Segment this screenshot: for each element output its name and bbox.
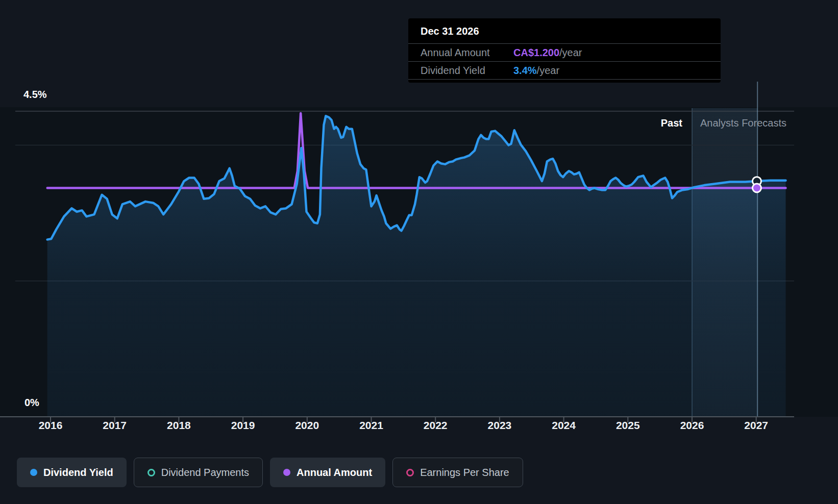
dividend-yield-area-fill xyxy=(47,116,786,417)
legend-toggle-earnings-per-share[interactable]: Earnings Per Share xyxy=(392,458,523,487)
tooltip-suffix: /year xyxy=(559,47,582,59)
tooltip-label: Annual Amount xyxy=(421,47,513,59)
y-axis-bottom-label: 0% xyxy=(24,397,39,409)
legend-toggle-annual-amount[interactable]: Annual Amount xyxy=(270,458,385,487)
x-axis-label-2027: 2027 xyxy=(744,419,768,432)
x-axis-label-2022: 2022 xyxy=(424,419,448,432)
legend-label: Annual Amount xyxy=(297,467,372,478)
chart-legend: Dividend YieldDividend PaymentsAnnual Am… xyxy=(17,458,523,487)
legend-label: Dividend Yield xyxy=(43,467,113,478)
tooltip-row-annual-amount: Annual Amount CA$1.200 /year xyxy=(408,43,721,61)
x-axis-label-2026: 2026 xyxy=(680,419,704,432)
annual-amount-series-icon xyxy=(283,469,290,476)
dividend-payments-series-icon xyxy=(147,469,155,476)
tooltip-date: Dec 31 2026 xyxy=(408,23,721,43)
x-axis-label-2019: 2019 xyxy=(231,419,255,432)
tooltip-suffix: /year xyxy=(537,65,559,77)
chart-tooltip: Dec 31 2026 Annual Amount CA$1.200 /year… xyxy=(408,18,721,83)
tooltip-label: Dividend Yield xyxy=(421,65,513,77)
x-axis-label-2024: 2024 xyxy=(552,419,576,432)
x-axis-label-2020: 2020 xyxy=(295,419,319,432)
x-axis-label-2023: 2023 xyxy=(488,419,512,432)
tooltip-row-dividend-yield: Dividend Yield 3.4% /year xyxy=(408,61,721,79)
x-axis-label-2021: 2021 xyxy=(359,419,383,432)
legend-label: Dividend Payments xyxy=(161,467,249,478)
earnings-per-share-series-icon xyxy=(406,469,414,476)
x-axis-label-2017: 2017 xyxy=(103,419,127,432)
tooltip-value-annual-amount: CA$1.200 xyxy=(513,47,559,59)
hover-marker-annual-amount[interactable] xyxy=(752,184,761,192)
past-zone-label: Past xyxy=(631,117,682,129)
tooltip-footer-divider xyxy=(408,79,721,83)
legend-toggle-dividend-yield[interactable]: Dividend Yield xyxy=(17,458,127,487)
x-axis-label-2016: 2016 xyxy=(39,419,63,432)
analysts-forecasts-zone-label: Analysts Forecasts xyxy=(700,117,786,129)
legend-toggle-dividend-payments[interactable]: Dividend Payments xyxy=(134,458,263,487)
y-axis-top-label: 4.5% xyxy=(23,89,47,100)
x-axis-label-2025: 2025 xyxy=(616,419,640,432)
dividend-yield-series-icon xyxy=(30,469,37,476)
tooltip-value-dividend-yield: 3.4% xyxy=(513,65,537,77)
legend-label: Earnings Per Share xyxy=(420,467,509,478)
x-axis-label-2018: 2018 xyxy=(167,419,191,432)
